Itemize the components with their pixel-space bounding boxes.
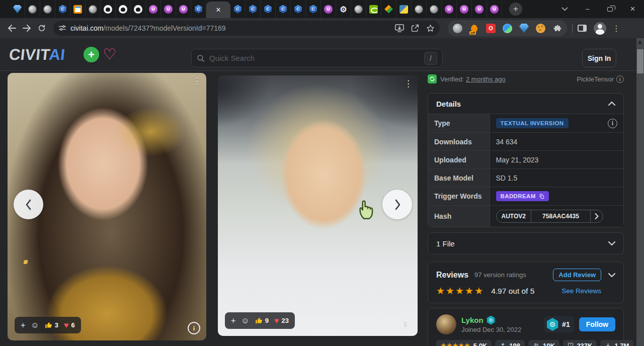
pinned-tab-ultra[interactable]: U — [487, 0, 502, 18]
heart-badge[interactable]: ♥ 23 — [274, 316, 289, 325]
pinned-tab-ultra[interactable]: U — [176, 0, 191, 18]
create-button[interactable]: + — [84, 47, 99, 62]
creator-likes-badge[interactable]: ♡ 237K — [563, 340, 597, 346]
pinned-tab-ultra[interactable]: U — [146, 0, 161, 18]
side-panel-icon[interactable] — [578, 25, 587, 32]
close-tab-icon[interactable]: ✕ — [216, 7, 221, 13]
pinned-tab-nvidia[interactable] — [366, 0, 381, 18]
image-menu-icon[interactable]: ⋮ — [193, 76, 201, 86]
see-reviews-link[interactable]: See Reviews — [561, 287, 601, 295]
url-bar[interactable]: civitai.com/models/72437?modelVersionId=… — [53, 21, 440, 36]
pinned-tab-github[interactable] — [131, 0, 146, 18]
pinned-tab-ultra[interactable]: U — [472, 0, 487, 18]
profile-avatar[interactable] — [594, 22, 606, 35]
install-app-icon[interactable] — [395, 24, 404, 32]
add-review-button[interactable]: Add Review — [553, 269, 601, 281]
pinned-tab-ultra[interactable]: U — [442, 0, 457, 18]
creator-name-link[interactable]: Lykon — [461, 316, 484, 324]
thumbs-up-badge[interactable]: 3 — [45, 321, 58, 329]
pinned-tab-civitai[interactable]: C — [276, 0, 291, 18]
browser-menu-chevron[interactable] — [553, 0, 576, 18]
details-header[interactable]: Details — [428, 94, 623, 114]
pinned-tab-ultra[interactable]: U — [457, 0, 472, 18]
pinned-tab-ultra[interactable]: U — [321, 0, 336, 18]
pinned-tab-globe[interactable] — [351, 0, 366, 18]
hash-expand-button[interactable] — [590, 210, 603, 222]
pinned-tab-globe[interactable] — [427, 0, 442, 18]
pinned-tab-prism[interactable] — [381, 0, 396, 18]
back-button[interactable] — [4, 21, 19, 36]
pinned-tab-github[interactable] — [116, 0, 131, 18]
carousel-next-button[interactable] — [382, 190, 412, 219]
purple-u-favicon: U — [149, 5, 157, 14]
new-tab-button[interactable]: + — [509, 3, 522, 16]
image-menu-icon[interactable]: ⋮ — [404, 78, 413, 89]
scroll-up-arrow[interactable] — [638, 40, 642, 44]
pinned-tab-ultra[interactable]: U — [161, 0, 176, 18]
pinned-tab-civitai[interactable]: C — [246, 0, 261, 18]
extension-gem-icon[interactable] — [519, 24, 529, 33]
pinned-tab-calc[interactable] — [70, 0, 86, 18]
heart-badge[interactable]: ♥ 6 — [64, 321, 75, 330]
restore-button[interactable] — [599, 0, 621, 18]
creator-downloads-badge[interactable]: 1.7M — [600, 340, 633, 346]
sign-in-button[interactable]: Sign In — [582, 49, 616, 67]
share-icon[interactable] — [411, 24, 419, 32]
extensions-puzzle-icon[interactable] — [552, 24, 562, 33]
model-type-badge[interactable]: TEXTUAL INVERSION — [496, 118, 569, 128]
pinned-tab-gem[interactable] — [10, 0, 25, 18]
image-info-button[interactable]: i — [188, 322, 200, 334]
hash-pill[interactable]: AUTOV2 758AAC4435 — [496, 210, 603, 223]
thumbs-up-badge[interactable]: 9 — [255, 317, 269, 324]
pinned-tab-civitai[interactable]: C — [261, 0, 276, 18]
civitai-logo[interactable]: CIVITAI — [8, 46, 66, 64]
add-reaction-button[interactable]: + — [231, 316, 235, 325]
pinned-tab-civitai[interactable]: C — [230, 0, 246, 18]
page-scrollbar[interactable] — [636, 38, 644, 346]
format-info-icon[interactable]: i — [616, 75, 624, 83]
extension-adblock-icon[interactable]: off — [469, 24, 479, 33]
smiley-icon[interactable]: ☺ — [31, 321, 39, 330]
scrollbar-thumb[interactable] — [637, 49, 643, 73]
support-heart-icon[interactable]: ♡ — [103, 45, 116, 63]
carousel-prev-button[interactable] — [14, 190, 43, 219]
close-window-button[interactable]: × — [621, 0, 644, 18]
extension-globe-icon[interactable] — [453, 24, 462, 33]
pinned-tab-globe[interactable] — [412, 0, 427, 18]
pinned-tab-python[interactable] — [396, 0, 412, 18]
follow-button[interactable]: Follow — [579, 317, 615, 331]
add-reaction-button[interactable]: + — [21, 321, 25, 330]
search-input[interactable]: Quick Search / — [191, 49, 443, 67]
pinned-tab-civitai[interactable]: C — [306, 0, 321, 18]
pinned-tab-gear[interactable]: ⚙ — [336, 0, 351, 18]
creator-rank-badge[interactable]: ⚙ #1 — [544, 316, 574, 332]
pinned-tab-civitai[interactable]: C — [55, 0, 70, 18]
minimize-button[interactable]: − — [576, 0, 599, 18]
creator-followers-badge[interactable]: 10K — [528, 340, 559, 346]
pinned-tab-globe[interactable] — [40, 0, 55, 18]
verified-time-link[interactable]: 2 months ago — [466, 75, 506, 83]
image-info-button[interactable]: i — [399, 317, 412, 330]
pinned-tab-github[interactable] — [101, 0, 116, 18]
pinned-tab-civitai[interactable]: C — [191, 0, 206, 18]
file-accordion[interactable]: 1 File — [428, 232, 624, 254]
extension-red-o-icon[interactable]: O — [486, 24, 496, 33]
creator-rating-badge[interactable]: ★★★★★ 5.0K — [436, 340, 492, 346]
bookmark-star-icon[interactable] — [426, 24, 435, 33]
trigger-word-badge[interactable]: BADDREAM — [496, 191, 549, 201]
site-settings-icon[interactable] — [58, 24, 66, 32]
reload-button[interactable] — [34, 21, 49, 36]
creator-uploads-badge[interactable]: 198 — [495, 340, 525, 346]
pinned-tab-civitai[interactable]: C — [291, 0, 306, 18]
pinned-tab-globe[interactable] — [86, 0, 101, 18]
pinned-tab-globe[interactable] — [25, 0, 40, 18]
extension-cookie-icon[interactable] — [536, 24, 545, 33]
active-tab[interactable]: ✕ — [206, 2, 230, 18]
type-info-icon[interactable]: i — [608, 119, 617, 128]
extension-blue-circle-icon[interactable] — [503, 24, 512, 33]
chevron-down-icon[interactable] — [608, 273, 615, 277]
forward-button[interactable] — [19, 21, 34, 36]
creator-avatar[interactable] — [436, 314, 456, 334]
browser-kebab-menu[interactable]: ⋮ — [612, 24, 620, 33]
smiley-icon[interactable]: ☺ — [241, 316, 249, 325]
